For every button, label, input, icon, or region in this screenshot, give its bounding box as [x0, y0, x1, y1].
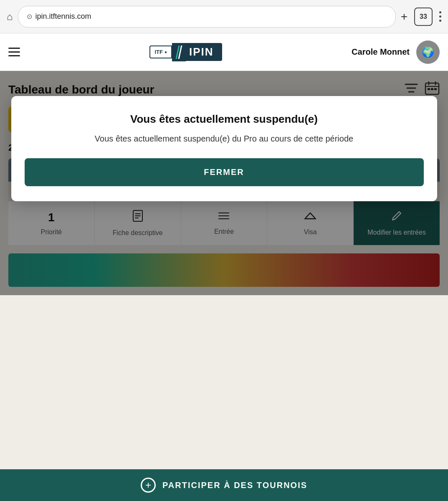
modal-title: Vous êtes actuellement suspendu(e) [25, 113, 424, 126]
plus-icon: + [141, 478, 156, 493]
browser-menu-button[interactable] [439, 11, 441, 22]
secure-icon: ⊙ [27, 13, 32, 20]
browser-home-icon[interactable]: ⌂ [7, 11, 13, 23]
main-content: Tableau de bord du joueur [0, 71, 448, 295]
logo-itf-text: ITF [154, 49, 163, 55]
browser-actions: + 33 [401, 8, 441, 26]
modal-body: Vous êtes actuellement suspendu(e) du Pr… [25, 132, 424, 145]
new-tab-button[interactable]: + [401, 10, 408, 23]
app-logo: ITF ● IPIN [149, 43, 222, 61]
cta-label: PARTICIPER À DES TOURNOIS [162, 481, 307, 490]
hamburger-line [8, 48, 20, 49]
modal-box: Vous êtes actuellement suspendu(e) Vous … [11, 96, 437, 201]
app-header: ITF ● IPIN Carole Monnet 🌍 [0, 33, 448, 71]
menu-dot [439, 11, 441, 13]
menu-dot [439, 15, 441, 18]
hamburger-line [8, 55, 20, 56]
hamburger-line [8, 51, 20, 53]
avatar[interactable]: 🌍 [416, 40, 440, 64]
logo-ipin-text: IPIN [189, 46, 214, 58]
menu-dot [439, 20, 441, 22]
logo-circle: ● [165, 50, 167, 54]
url-text: ipin.itftennis.com [35, 12, 91, 21]
modal-overlay: Vous êtes actuellement suspendu(e) Vous … [0, 71, 448, 295]
tabs-count-button[interactable]: 33 [414, 8, 433, 26]
hamburger-menu[interactable] [8, 48, 20, 56]
username-label: Carole Monnet [352, 47, 410, 57]
header-user: Carole Monnet 🌍 [352, 40, 440, 64]
browser-chrome: ⌂ ⊙ ipin.itftennis.com + 33 [0, 0, 448, 33]
modal-close-button[interactable]: FERMER [25, 158, 424, 186]
participate-cta[interactable]: + PARTICIPER À DES TOURNOIS [0, 469, 448, 501]
address-bar[interactable]: ⊙ ipin.itftennis.com [18, 6, 396, 28]
